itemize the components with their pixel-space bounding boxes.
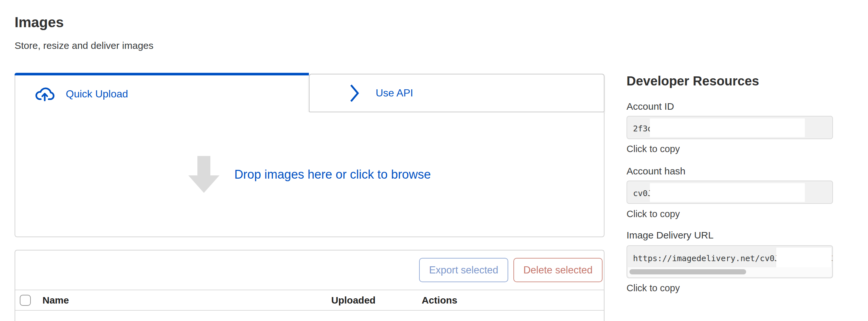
account-id-field[interactable]: 2f3d [626, 116, 833, 139]
image-delivery-url-value: https://imagedelivery.net/cv0JSj [633, 254, 789, 263]
image-list-panel: Export selected Delete selected Name Upl… [14, 250, 604, 321]
page-title: Images [14, 14, 64, 30]
column-header-uploaded: Uploaded [331, 295, 422, 306]
active-tab-indicator [14, 73, 309, 75]
redaction-overlay [776, 248, 831, 268]
down-arrow-icon [188, 156, 219, 193]
list-toolbar: Export selected Delete selected [15, 250, 604, 290]
table-header-row: Name Uploaded Actions [15, 290, 604, 311]
image-delivery-url-clipped-char: 3 [831, 254, 833, 263]
tab-use-api[interactable]: Use API [309, 74, 604, 112]
account-id-label: Account ID [626, 101, 674, 112]
horizontal-scrollbar-thumb[interactable] [629, 269, 746, 275]
account-hash-label: Account hash [626, 166, 685, 177]
tab-use-api-label: Use API [376, 87, 413, 99]
page-subtitle: Store, resize and deliver images [14, 40, 154, 51]
upload-panel: Quick Upload Use API Drop images here or… [14, 73, 604, 237]
export-selected-button[interactable]: Export selected [419, 258, 508, 282]
redaction-overlay [650, 118, 805, 137]
delete-selected-button[interactable]: Delete selected [514, 258, 602, 282]
column-header-actions: Actions [422, 295, 604, 306]
tab-quick-upload[interactable]: Quick Upload [14, 75, 309, 112]
image-delivery-url-copy-hint: Click to copy [626, 283, 680, 293]
column-header-name: Name [42, 295, 331, 306]
select-all-checkbox[interactable] [20, 295, 31, 306]
account-hash-copy-hint: Click to copy [626, 209, 680, 219]
image-delivery-url-field[interactable]: https://imagedelivery.net/cv0JSj 3 [626, 245, 833, 278]
tab-quick-upload-label: Quick Upload [66, 88, 128, 100]
image-delivery-url-label: Image Delivery URL [626, 230, 713, 241]
dropzone-label: Drop images here or click to browse [234, 168, 431, 182]
horizontal-scrollbar [628, 267, 832, 277]
account-id-copy-hint: Click to copy [626, 144, 680, 154]
redaction-overlay [650, 183, 805, 202]
cloud-upload-icon [34, 86, 55, 101]
chevron-right-icon [350, 84, 360, 103]
developer-resources-title: Developer Resources [626, 74, 759, 88]
account-hash-field[interactable]: cv0J [626, 181, 833, 204]
image-dropzone[interactable]: Drop images here or click to browse [14, 112, 604, 237]
